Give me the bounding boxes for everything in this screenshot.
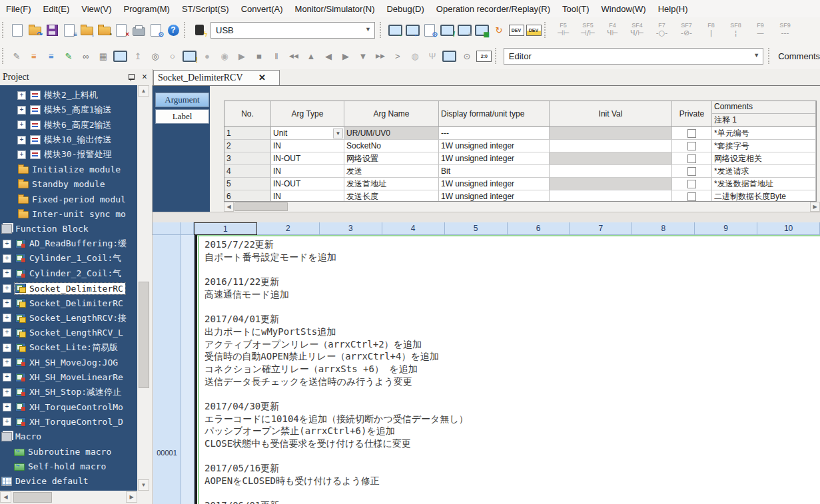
- step-forward-icon[interactable]: ▶: [338, 47, 354, 65]
- side-tab-label[interactable]: Label: [155, 109, 209, 124]
- chevron-down-icon[interactable]: ▼: [751, 51, 761, 61]
- help-icon[interactable]: ?: [165, 21, 181, 39]
- ladder-grid-icon[interactable]: ▦: [95, 47, 111, 65]
- menu-item-program-m-[interactable]: Program(M): [118, 1, 176, 17]
- device-monitor-icon[interactable]: [113, 47, 129, 65]
- fkey-sf5[interactable]: SF5⊣/⊢: [576, 21, 600, 39]
- verify-icon[interactable]: ⊙: [422, 21, 438, 39]
- comment-block-text[interactable]: 2015/7/22更新自ポート番号設定モードを追加 2016/11/22更新高速…: [205, 238, 817, 504]
- cell-init-val[interactable]: [550, 165, 672, 178]
- tree-item[interactable]: +Cylinder_1_Coil:气: [0, 251, 137, 266]
- pc-to-plc-transfer-icon[interactable]: →: [387, 21, 403, 39]
- tree-expander-icon[interactable]: +: [3, 284, 11, 293]
- private-checkbox[interactable]: [687, 167, 696, 176]
- ruler-column-1[interactable]: 1: [194, 222, 257, 235]
- fkey-sf7[interactable]: SF7-⊘-: [674, 21, 699, 39]
- fkey-f7[interactable]: F7-○-: [649, 21, 674, 39]
- ruler-column-2[interactable]: 2: [257, 222, 320, 235]
- toolbar-grip[interactable]: [768, 48, 772, 64]
- private-checkbox[interactable]: [687, 129, 696, 138]
- tree-item[interactable]: +XH_SH_MoveJog:JOG: [0, 355, 137, 370]
- cell-init-val[interactable]: [550, 152, 672, 165]
- ruler-column-4[interactable]: 4: [382, 222, 445, 235]
- menu-item-edit-e-[interactable]: Edit(E): [37, 1, 76, 17]
- tree-expander-icon[interactable]: +: [17, 91, 26, 100]
- project-tree-vscrollbar[interactable]: ▲ ▼: [137, 85, 151, 491]
- cell-display-format[interactable]: 1W unsigned integer: [439, 152, 550, 165]
- device-select[interactable]: USB ▼: [210, 22, 375, 39]
- side-tab-argument[interactable]: Argument: [155, 93, 209, 107]
- cell-comment[interactable]: 二进制数据长度Byte: [712, 190, 816, 202]
- cell-arg-type[interactable]: IN: [271, 190, 344, 202]
- tree-item[interactable]: Device default: [0, 474, 137, 489]
- tree-expander-icon[interactable]: +: [17, 136, 26, 144]
- tree-item[interactable]: +XH_TorqueControlMo: [0, 399, 137, 414]
- skip-begin-icon[interactable]: ◀◀: [286, 47, 302, 65]
- cell-arg-type[interactable]: IN-OUT: [271, 178, 344, 190]
- tree-item[interactable]: Standby module: [0, 177, 137, 192]
- fkey-f4[interactable]: F4Ч⊢: [600, 21, 625, 39]
- continue-icon[interactable]: >: [390, 47, 406, 65]
- cell-display-format[interactable]: Bit: [439, 165, 550, 178]
- scroll-right-icon[interactable]: ▶: [810, 202, 820, 212]
- sync-transfer-icon[interactable]: ↻: [491, 21, 507, 39]
- chevron-down-icon[interactable]: ▼: [363, 25, 373, 35]
- toolbar-grip[interactable]: [2, 22, 7, 38]
- option-list-icon[interactable]: ≡: [43, 47, 59, 65]
- private-checkbox[interactable]: [687, 142, 696, 150]
- toolbar-grip[interactable]: [544, 22, 549, 38]
- tree-item[interactable]: +Socket_DelimiterRC: [0, 296, 137, 310]
- record-icon[interactable]: ●: [199, 47, 215, 65]
- monitor-step-icon[interactable]: [442, 47, 458, 65]
- cell-comment[interactable]: *套接字号: [712, 140, 816, 152]
- cell-init-val[interactable]: [550, 190, 672, 202]
- cell-arg-type[interactable]: IN-OUT: [271, 152, 344, 165]
- scroll-left-icon[interactable]: ◀: [0, 491, 11, 503]
- tree-item[interactable]: +模块5_高度1输送: [0, 103, 137, 117]
- private-checkbox[interactable]: [687, 192, 696, 201]
- cell-init-val[interactable]: [550, 178, 672, 190]
- menu-item-tool-t-[interactable]: Tool(T): [556, 1, 595, 17]
- ladder-edit-icon[interactable]: ✎: [9, 47, 25, 65]
- menu-item-file-f-[interactable]: File(F): [0, 1, 37, 17]
- open-project-icon[interactable]: ↷: [27, 21, 43, 39]
- cell-arg-name[interactable]: 发送首地址: [344, 178, 439, 190]
- tree-item[interactable]: +Socket_LengthRCV_L: [0, 326, 137, 340]
- cell-arg-type[interactable]: Unit▼: [271, 127, 344, 140]
- ladder-editor[interactable]: 12345678910 2015/7/22更新自ポート番号設定モードを追加 20…: [153, 222, 820, 504]
- import-project-icon[interactable]: ↓: [79, 21, 95, 39]
- cell-display-format[interactable]: 1W unsigned integer: [439, 140, 550, 152]
- tree-expander-icon[interactable]: +: [3, 328, 11, 337]
- tree-expander-icon[interactable]: +: [3, 269, 11, 278]
- script-edit-icon[interactable]: ✎: [61, 47, 77, 65]
- chevron-down-icon[interactable]: ▼: [333, 128, 343, 138]
- editor-select[interactable]: Editor ▼: [504, 48, 763, 65]
- pin-panel-button[interactable]: [125, 71, 137, 83]
- new-file-icon[interactable]: [9, 21, 25, 39]
- tree-expander-icon[interactable]: +: [3, 344, 11, 352]
- tree-item[interactable]: Macro: [0, 429, 137, 444]
- fkey-sf8[interactable]: SF8¦: [723, 21, 748, 39]
- monitor-alert-icon[interactable]: !: [182, 47, 198, 65]
- tree-expander-icon[interactable]: +: [3, 403, 11, 411]
- fkey-sf9[interactable]: SF9---: [773, 21, 797, 39]
- cell-display-format[interactable]: 1W unsigned integer: [439, 190, 550, 202]
- ruler-column-7[interactable]: 7: [570, 222, 632, 235]
- numbered-list-icon[interactable]: ≡: [26, 47, 42, 65]
- menu-item-operation-recorder-replay-r-[interactable]: Operation recorder/Replay(R): [430, 1, 556, 17]
- tree-expander-icon[interactable]: +: [3, 240, 11, 248]
- save-project-icon[interactable]: [44, 21, 60, 39]
- tree-expander-icon[interactable]: +: [3, 299, 11, 308]
- cell-comment[interactable]: *发送请求: [712, 165, 816, 178]
- cell-init-val[interactable]: [550, 127, 672, 140]
- tree-item[interactable]: +模块30-报警处理: [0, 147, 137, 162]
- skip-end-icon[interactable]: ▶▶: [372, 47, 388, 65]
- vscroll-thumb[interactable]: [139, 282, 149, 388]
- tree-expander-icon[interactable]: +: [3, 358, 11, 367]
- section-divider[interactable]: [153, 212, 820, 223]
- project-lock-icon[interactable]: •: [96, 21, 112, 39]
- script-clock-icon[interactable]: ○: [165, 47, 181, 65]
- tree-item[interactable]: +Cylinder_2_Coil:气: [0, 266, 137, 281]
- fkey-f9[interactable]: F9—: [748, 21, 773, 39]
- plc-to-pc-transfer-icon[interactable]: ←: [404, 21, 420, 39]
